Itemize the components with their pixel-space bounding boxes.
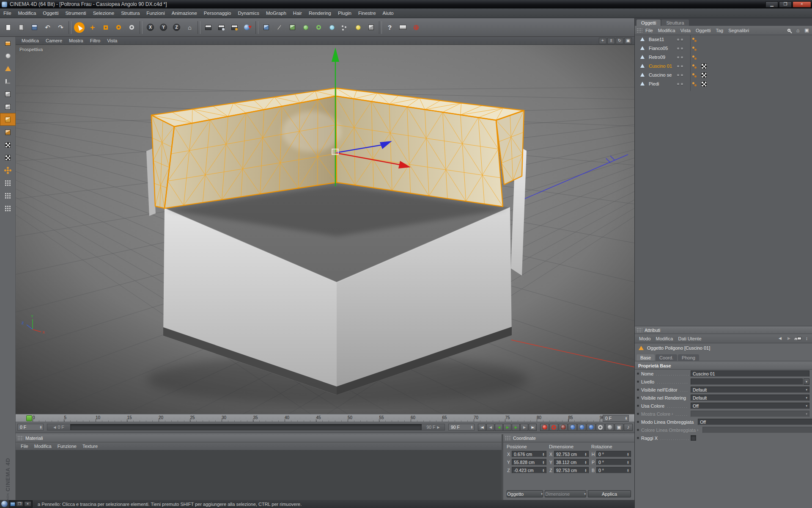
phong-tag-icon[interactable] — [692, 72, 699, 78]
object-row-cuscino-se[interactable]: Cuscino se — [635, 71, 812, 80]
object-row-piedi[interactable]: Piedi — [635, 80, 812, 88]
render-visibility-dot[interactable] — [681, 47, 683, 50]
move-tool-icon[interactable]: + — [86, 20, 99, 35]
stepper-icon[interactable]: ▴▾ — [541, 469, 546, 472]
key-parameter-button[interactable] — [596, 424, 605, 431]
stepper-icon[interactable]: ▴▾ — [38, 425, 43, 429]
om-menu-modifica[interactable]: Modifica — [656, 28, 678, 33]
viewport-menu-mostra[interactable]: Mostra — [66, 38, 87, 43]
phong-tag-icon[interactable] — [692, 63, 699, 69]
goto-end-button[interactable]: ▶| — [529, 424, 537, 431]
stepper-icon[interactable]: ▴▾ — [541, 461, 546, 464]
stepper-icon[interactable]: ▴▾ — [584, 453, 588, 456]
dropdown-visibile-nel-rendering[interactable]: Default▾ — [691, 395, 809, 401]
viewport-menu-camere[interactable]: Camere — [42, 38, 66, 43]
step-down-icon[interactable]: ▾ — [40, 427, 42, 429]
menu-item-dynamics[interactable]: Dynamics — [234, 8, 262, 18]
animation-dot-icon[interactable] — [637, 389, 639, 391]
frame-icon[interactable]: ▣ — [803, 27, 810, 34]
animation-dot-icon[interactable] — [637, 413, 639, 415]
step-down-icon[interactable]: ▾ — [543, 454, 544, 456]
animation-dot-icon[interactable] — [637, 421, 639, 423]
animation-dot-icon[interactable] — [637, 373, 639, 375]
lock-x-axis-icon[interactable]: X — [144, 20, 157, 35]
visibility-dots[interactable] — [677, 39, 683, 41]
gizmo-origin-handle[interactable] — [332, 149, 338, 155]
coord-input[interactable]: 92.753 cm▴▾ — [554, 467, 589, 473]
visibility-dots[interactable] — [677, 47, 683, 50]
coordinate-system-toggle-icon[interactable]: ⌂ — [183, 20, 196, 35]
viewport-menu-vista[interactable]: Vista — [104, 38, 121, 43]
edges-mode-icon[interactable] — [0, 100, 16, 113]
key-scale-button[interactable] — [577, 424, 586, 431]
attr-menu-dati-utente[interactable]: Dati Utente — [676, 336, 704, 341]
current-frame-marker[interactable] — [26, 415, 32, 421]
sync-icon[interactable]: ↕ — [803, 335, 810, 342]
object-axis-mode-icon[interactable] — [0, 126, 16, 138]
dropdown-colore-linea-ombreggiata[interactable]: ▾ — [702, 427, 812, 433]
editor-visibility-dot[interactable] — [677, 83, 679, 85]
attributes-section-header[interactable]: Proprietà Base — [635, 362, 812, 370]
animation-dot-icon[interactable] — [637, 397, 639, 399]
dropdown-visibile-nell-editor[interactable]: Default▾ — [691, 387, 809, 393]
om-menu-tag[interactable]: Tag — [713, 28, 726, 33]
ruler-frame-spinner[interactable]: 0 F ▴▾ — [603, 415, 629, 422]
rotate-view-icon[interactable]: ↻ — [616, 38, 623, 44]
sound-button[interactable]: ♪ — [624, 424, 633, 431]
mini-window-restore-button[interactable]: ❐ — [16, 501, 23, 507]
viewport[interactable]: Y X Z Prospettiva — [16, 45, 634, 414]
layer-field[interactable] — [691, 378, 803, 385]
name-field[interactable]: Cuscino 01 — [691, 370, 809, 377]
coord-input[interactable]: 92.753 cm▴▾ — [554, 451, 589, 457]
materials-menu-funzione[interactable]: Funzione — [55, 444, 79, 449]
step-down-icon[interactable]: ▾ — [627, 462, 628, 464]
menu-item-modifica[interactable]: Modifica — [15, 8, 40, 18]
key-position-button[interactable] — [568, 424, 577, 431]
play-button[interactable]: ▶ — [503, 424, 511, 431]
menu-item-rendering[interactable]: Rendering — [305, 8, 335, 18]
prev-key-button[interactable]: ◀ — [486, 424, 494, 431]
pan-view-icon[interactable]: + — [599, 38, 606, 44]
range-groove[interactable] — [70, 424, 422, 430]
attributes-titlebar[interactable]: Attributi — [635, 326, 812, 334]
online-resources-icon[interactable] — [409, 20, 422, 35]
stepper-icon[interactable]: ▴▾ — [469, 425, 474, 429]
scale-tool-icon[interactable] — [99, 20, 112, 35]
editor-visibility-dot[interactable] — [677, 56, 679, 58]
menu-item-animazione[interactable]: Animazione — [168, 8, 200, 18]
step-down-icon[interactable]: ▾ — [585, 454, 586, 456]
open-document-icon[interactable] — [15, 20, 28, 35]
step-down-icon[interactable]: ▾ — [471, 427, 473, 429]
viewport-menu-modifica[interactable]: Modifica — [18, 38, 42, 43]
render-visibility-dot[interactable] — [681, 74, 683, 76]
tab-struttura[interactable]: Struttura — [661, 19, 689, 26]
record-keyframe-button[interactable] — [540, 424, 549, 431]
snap-guides-icon[interactable] — [0, 189, 16, 202]
render-visibility-dot[interactable] — [681, 56, 683, 58]
end-frame-spinner[interactable]: 90 F ▴▾ — [448, 424, 475, 431]
render-view-icon[interactable] — [202, 20, 215, 35]
menu-item-funzioni[interactable]: Funzioni — [143, 8, 168, 18]
stepper-icon[interactable]: ▴▾ — [626, 469, 630, 472]
editor-visibility-dot[interactable] — [677, 74, 679, 76]
phong-tag-icon[interactable] — [692, 36, 699, 43]
panel-grip-icon[interactable] — [636, 28, 642, 33]
stepper-icon[interactable]: ▴▾ — [626, 461, 630, 464]
animation-dot-icon[interactable] — [637, 429, 639, 431]
stepper-icon[interactable]: ▴▾ — [584, 461, 588, 464]
live-selection-tool-icon[interactable] — [73, 20, 86, 35]
history-forward-icon[interactable]: ▶ — [785, 335, 793, 342]
minimize-button[interactable]: ▁ — [765, 1, 778, 8]
phong-tag-icon[interactable] — [692, 81, 699, 87]
menu-item-plugin[interactable]: Plugin — [335, 8, 355, 18]
snap-dynamics-icon[interactable] — [0, 202, 16, 215]
menu-item-hair[interactable]: Hair — [290, 8, 305, 18]
key-rotation-button[interactable] — [587, 424, 595, 431]
render-settings-icon[interactable] — [228, 20, 241, 35]
add-particle-system-icon[interactable] — [338, 20, 351, 35]
undo-icon[interactable]: ↶ — [41, 20, 54, 35]
menu-item-oggetti[interactable]: Oggetti — [39, 8, 62, 18]
search-icon[interactable] — [785, 27, 793, 34]
menu-item-aiuto[interactable]: Aiuto — [379, 8, 397, 18]
menu-item-strumenti[interactable]: Strumenti — [62, 8, 89, 18]
